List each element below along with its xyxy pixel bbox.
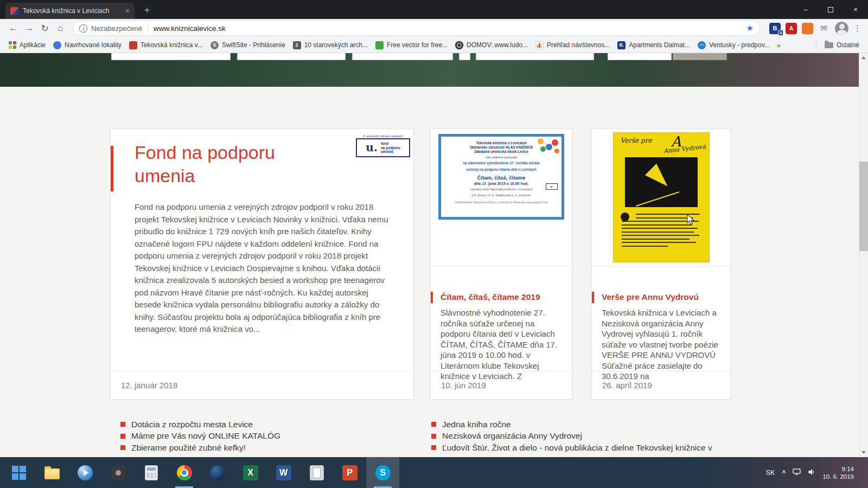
calculator-icon	[145, 465, 158, 480]
bullet-icon	[431, 422, 436, 427]
folder-icon	[44, 468, 60, 479]
window-minimize-button[interactable]: –	[793, 0, 818, 19]
hidden-icons-chevron[interactable]: ^	[782, 469, 786, 477]
extension-b-badge: 3	[778, 30, 783, 36]
bookmark-item[interactable]: Free vector for free...	[372, 40, 451, 51]
home-button[interactable]: ⌂	[53, 21, 68, 36]
windows-logo-icon	[12, 466, 26, 480]
page-info-icon[interactable]: i	[79, 24, 87, 33]
file-explorer-button[interactable]	[35, 457, 68, 488]
list-item[interactable]: Ľudovít Štúr. Život a dielo - nová publi…	[431, 442, 778, 454]
clock[interactable]: 9:14 10. 6. 2019	[822, 465, 854, 480]
back-button[interactable]: ←	[5, 21, 21, 36]
bookmark-item[interactable]: Navrhované lokality	[49, 40, 125, 51]
bookmark-item[interactable]: Prehľad návštevnos...	[532, 40, 614, 51]
office-document-button[interactable]	[300, 457, 333, 488]
browser-tab[interactable]: Tekovská knižnica v Leviciach ×	[5, 3, 135, 19]
bookmarks-overflow-icon[interactable]: »	[774, 41, 784, 49]
windows-taskbar: X W P S SK ^ 9:14 10. 6. 2019	[0, 457, 868, 488]
scroll-up-arrow[interactable]	[859, 53, 868, 62]
article-title[interactable]: Čítam, čítaš, čítame 2019	[441, 292, 566, 302]
bookmark-label: Prehľad návštevnos...	[547, 41, 610, 49]
page-scrollbar[interactable]	[859, 53, 868, 457]
bookmark-item[interactable]: B. Apartments Dalmat...	[614, 40, 694, 51]
bookmark-item[interactable]: Ventusky - predpov...	[694, 40, 774, 51]
other-bookmarks-button[interactable]: Ostatné	[821, 40, 863, 50]
fpu-mini-logo: u.	[546, 183, 558, 190]
language-indicator[interactable]: SK	[766, 469, 775, 477]
skype-button[interactable]: S	[366, 457, 399, 488]
scrollbar-thumb[interactable]	[859, 162, 868, 251]
article-card: Tekovská knižnica v Leviciach Občianske …	[430, 129, 572, 400]
featured-article-card: Fond na podporu umenia Z verejných zdroj…	[110, 129, 414, 400]
reload-button[interactable]: ↻	[37, 21, 53, 36]
tab-close-icon[interactable]: ×	[125, 7, 130, 15]
calculator-button[interactable]	[135, 457, 168, 488]
extension-b-icon[interactable]: B 3	[769, 23, 781, 34]
other-bookmarks-label: Ostatné	[837, 41, 859, 49]
bookmark-label: Navrhované lokality	[65, 41, 122, 49]
extension-b-glyph: B	[773, 25, 777, 31]
forward-button[interactable]: →	[21, 21, 37, 36]
article-card: Verše pre A Annu Vydrová Verše pre Annu …	[591, 129, 731, 400]
extension-pdf-icon[interactable]: A	[786, 23, 797, 34]
bookmark-label: Tekovská knižnica v...	[141, 41, 203, 49]
volume-icon[interactable]	[808, 468, 815, 478]
article-date: 10. jún 2019	[441, 381, 486, 390]
extension-mail-icon[interactable]: ✉	[818, 23, 829, 34]
page-header-remnant	[673, 53, 727, 60]
scroll-down-arrow[interactable]	[859, 448, 868, 457]
browser-tab-strip: Tekovská knižnica v Leviciach × + – ×	[0, 0, 868, 19]
start-button[interactable]	[2, 457, 35, 488]
powerpoint-button[interactable]: P	[333, 457, 366, 488]
new-tab-button[interactable]: +	[141, 4, 154, 17]
featured-article-title[interactable]: Fond na podporu umenia	[135, 141, 324, 188]
excel-button[interactable]: X	[234, 457, 267, 488]
list-item[interactable]: Zbierame použité zubné kefky!	[120, 442, 424, 454]
fpu-logo: Z verejných zdrojov podporil u. fond na …	[356, 134, 410, 157]
article-image[interactable]: Tekovská knižnica v Leviciach Občianske …	[431, 129, 572, 266]
apps-grid-icon	[9, 41, 16, 49]
bookmark-item[interactable]: Tekovská knižnica v...	[125, 40, 207, 51]
window-restore-button[interactable]	[818, 0, 843, 19]
word-button[interactable]: W	[267, 457, 300, 488]
page-header-remnant	[476, 53, 594, 60]
bookmark-favicon	[535, 41, 544, 49]
bookmark-apps[interactable]: Aplikácie	[5, 40, 49, 50]
article-image[interactable]: Verše pre A Annu Vydrová	[592, 129, 730, 266]
poster-line: Zriaďovateľom Tekovskej knižnice v Levic…	[441, 201, 561, 204]
extension-orange-icon[interactable]	[802, 23, 813, 34]
profile-avatar[interactable]	[835, 22, 848, 35]
title-accent-bar	[431, 292, 433, 303]
poster-title-line: Čítam, čítaš, čítame	[441, 175, 561, 181]
bookmark-item[interactable]: DOMOV: www.ludo...	[451, 40, 532, 51]
browser-app-button[interactable]	[201, 457, 234, 488]
bookmark-item[interactable]: Z 10 starovekých arch...	[289, 40, 372, 51]
bookmarks-separator	[816, 40, 816, 50]
bullet-icon	[120, 422, 125, 427]
desktop: Tekovská knižnica v Leviciach × + – × ← …	[0, 0, 868, 488]
article-title[interactable]: Verše pre Annu Vydrovú	[602, 292, 725, 302]
window-close-button[interactable]: ×	[843, 0, 868, 19]
featured-article-excerpt: Fond na podporu umenia z verejných zdroj…	[135, 201, 388, 336]
bookmark-favicon: S	[210, 41, 219, 49]
article-footer: 10. jún 2019	[431, 371, 572, 399]
list-item[interactable]: Jedna kniha ročne	[431, 419, 778, 431]
address-bar[interactable]: i Nezabezpečené www.kniznicalevice.sk ★	[73, 21, 760, 36]
bookmark-item[interactable]: S SwiftSite - Prihlásenie	[207, 40, 289, 51]
bookmark-star-icon[interactable]: ★	[746, 23, 754, 33]
list-item[interactable]: Dotácia z rozpočtu mesta Levice	[120, 419, 424, 431]
fpu-line: na podporu	[381, 146, 400, 150]
fpu-line: umenia	[381, 150, 393, 153]
chrome-button[interactable]	[168, 457, 201, 488]
browser-menu-icon[interactable]: ⋮	[853, 23, 861, 33]
list-item[interactable]: Nezisková organizácia Anny Vydrovej	[431, 431, 778, 442]
network-icon[interactable]	[793, 468, 801, 478]
page-viewport: Fond na podporu umenia Z verejných zdroj…	[0, 53, 868, 457]
page-header-remnant	[459, 53, 470, 60]
bookmark-label: 10 starovekých arch...	[304, 41, 368, 49]
security-label: Nezabezpečené	[91, 24, 142, 33]
list-item[interactable]: Máme pre Vás nový ONLINE KATALÓG	[120, 431, 424, 442]
photos-app-button[interactable]	[101, 457, 135, 488]
media-player-button[interactable]	[68, 457, 101, 488]
